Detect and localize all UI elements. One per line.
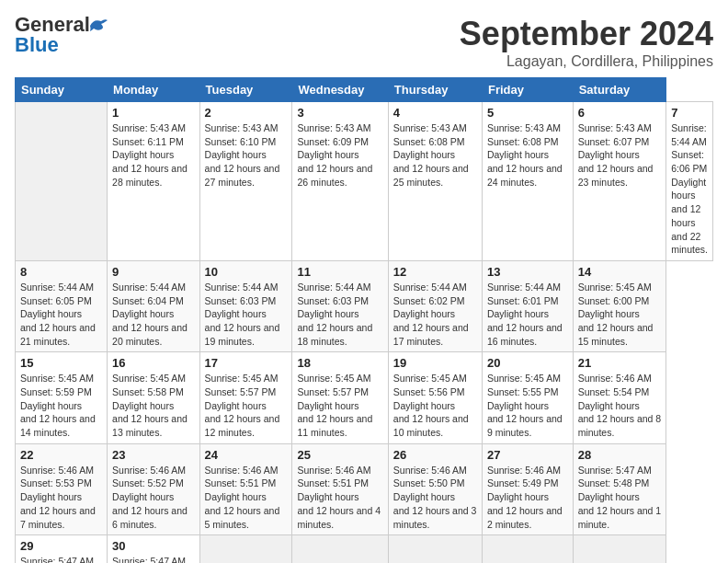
weekday-header-sunday: Sunday xyxy=(16,78,108,102)
day-info: Sunrise: 5:43 AM Sunset: 6:11 PM Dayligh… xyxy=(112,121,194,189)
calendar-cell: 27 Sunrise: 5:46 AM Sunset: 5:49 PM Dayl… xyxy=(482,443,573,534)
day-number: 16 xyxy=(112,356,194,370)
day-info: Sunrise: 5:44 AM Sunset: 6:01 PM Dayligh… xyxy=(487,281,568,348)
day-number: 8 xyxy=(20,265,102,279)
day-info: Sunrise: 5:46 AM Sunset: 5:50 PM Dayligh… xyxy=(393,464,477,531)
day-info: Sunrise: 5:46 AM Sunset: 5:54 PM Dayligh… xyxy=(578,372,662,439)
calendar-cell: 26 Sunrise: 5:46 AM Sunset: 5:50 PM Dayl… xyxy=(388,443,482,534)
day-info: Sunrise: 5:45 AM Sunset: 6:00 PM Dayligh… xyxy=(578,281,662,348)
calendar-week-4: 29 Sunrise: 5:47 AM Sunset: 5:47 PM Dayl… xyxy=(16,535,713,563)
day-info: Sunrise: 5:45 AM Sunset: 5:57 PM Dayligh… xyxy=(205,372,288,439)
weekday-header-wednesday: Wednesday xyxy=(292,78,388,102)
calendar-cell: 21 Sunrise: 5:46 AM Sunset: 5:54 PM Dayl… xyxy=(573,352,666,443)
day-info: Sunrise: 5:45 AM Sunset: 5:57 PM Dayligh… xyxy=(297,372,382,439)
calendar-week-0: 1 Sunrise: 5:43 AM Sunset: 6:11 PM Dayli… xyxy=(16,102,713,261)
day-number: 6 xyxy=(578,106,662,120)
day-info: Sunrise: 5:44 AM Sunset: 6:06 PM Dayligh… xyxy=(671,121,708,257)
calendar-cell: 15 Sunrise: 5:45 AM Sunset: 5:59 PM Dayl… xyxy=(16,352,108,443)
day-info: Sunrise: 5:45 AM Sunset: 5:56 PM Dayligh… xyxy=(393,372,477,439)
day-info: Sunrise: 5:43 AM Sunset: 6:09 PM Dayligh… xyxy=(297,121,382,189)
calendar-cell: 29 Sunrise: 5:47 AM Sunset: 5:47 PM Dayl… xyxy=(16,535,108,563)
day-info: Sunrise: 5:46 AM Sunset: 5:51 PM Dayligh… xyxy=(297,464,382,531)
day-number: 17 xyxy=(205,356,288,370)
calendar-cell: 2 Sunrise: 5:43 AM Sunset: 6:10 PM Dayli… xyxy=(199,102,292,261)
calendar-week-3: 22 Sunrise: 5:46 AM Sunset: 5:53 PM Dayl… xyxy=(16,443,713,534)
day-info: Sunrise: 5:43 AM Sunset: 6:10 PM Dayligh… xyxy=(205,121,288,189)
weekday-header-tuesday: Tuesday xyxy=(199,78,292,102)
calendar-cell: 19 Sunrise: 5:45 AM Sunset: 5:56 PM Dayl… xyxy=(388,352,482,443)
calendar-cell: 5 Sunrise: 5:43 AM Sunset: 6:08 PM Dayli… xyxy=(482,102,573,261)
day-number: 30 xyxy=(112,539,194,553)
title-block: September 2024 Lagayan, Cordillera, Phil… xyxy=(460,15,713,70)
day-info: Sunrise: 5:43 AM Sunset: 6:08 PM Dayligh… xyxy=(487,121,568,189)
day-number: 25 xyxy=(297,448,382,462)
weekday-header-monday: Monday xyxy=(108,78,199,102)
day-number: 5 xyxy=(487,106,568,120)
calendar-cell: 22 Sunrise: 5:46 AM Sunset: 5:53 PM Dayl… xyxy=(16,443,108,534)
day-number: 14 xyxy=(578,265,662,279)
calendar-cell: 28 Sunrise: 5:47 AM Sunset: 5:48 PM Dayl… xyxy=(573,443,666,534)
day-number: 23 xyxy=(112,448,194,462)
day-info: Sunrise: 5:47 AM Sunset: 5:47 PM Dayligh… xyxy=(20,555,102,563)
day-info: Sunrise: 5:46 AM Sunset: 5:49 PM Dayligh… xyxy=(487,464,568,531)
day-number: 7 xyxy=(671,106,708,120)
calendar-cell: 23 Sunrise: 5:46 AM Sunset: 5:52 PM Dayl… xyxy=(108,443,199,534)
page-header: GeneralBlue September 2024 Lagayan, Cord… xyxy=(15,15,713,70)
day-number: 24 xyxy=(205,448,288,462)
calendar-cell: 1 Sunrise: 5:43 AM Sunset: 6:11 PM Dayli… xyxy=(108,102,199,261)
weekday-header-saturday: Saturday xyxy=(573,78,666,102)
calendar-cell: 12 Sunrise: 5:44 AM Sunset: 6:02 PM Dayl… xyxy=(388,260,482,351)
day-info: Sunrise: 5:44 AM Sunset: 6:05 PM Dayligh… xyxy=(20,281,102,348)
calendar-cell: 10 Sunrise: 5:44 AM Sunset: 6:03 PM Dayl… xyxy=(199,260,292,351)
logo-bird-icon xyxy=(88,17,108,33)
day-info: Sunrise: 5:44 AM Sunset: 6:02 PM Dayligh… xyxy=(393,281,477,348)
day-number: 9 xyxy=(112,265,194,279)
calendar-cell xyxy=(482,535,573,563)
day-number: 28 xyxy=(578,448,662,462)
month-title: September 2024 xyxy=(460,15,713,53)
day-info: Sunrise: 5:43 AM Sunset: 6:07 PM Dayligh… xyxy=(578,121,662,189)
day-number: 26 xyxy=(393,448,477,462)
day-info: Sunrise: 5:47 AM Sunset: 5:48 PM Dayligh… xyxy=(578,464,662,531)
day-info: Sunrise: 5:44 AM Sunset: 6:03 PM Dayligh… xyxy=(297,281,382,348)
day-number: 3 xyxy=(297,106,382,120)
calendar-cell: 17 Sunrise: 5:45 AM Sunset: 5:57 PM Dayl… xyxy=(199,352,292,443)
calendar-week-2: 15 Sunrise: 5:45 AM Sunset: 5:59 PM Dayl… xyxy=(16,352,713,443)
calendar-cell: 13 Sunrise: 5:44 AM Sunset: 6:01 PM Dayl… xyxy=(482,260,573,351)
day-number: 11 xyxy=(297,265,382,279)
day-number: 4 xyxy=(393,106,477,120)
calendar-cell: 14 Sunrise: 5:45 AM Sunset: 6:00 PM Dayl… xyxy=(573,260,666,351)
day-info: Sunrise: 5:43 AM Sunset: 6:08 PM Dayligh… xyxy=(393,121,477,189)
calendar-week-1: 8 Sunrise: 5:44 AM Sunset: 6:05 PM Dayli… xyxy=(16,260,713,351)
day-info: Sunrise: 5:44 AM Sunset: 6:03 PM Dayligh… xyxy=(205,281,288,348)
day-number: 1 xyxy=(112,106,194,120)
calendar-cell: 25 Sunrise: 5:46 AM Sunset: 5:51 PM Dayl… xyxy=(292,443,388,534)
calendar-cell: 8 Sunrise: 5:44 AM Sunset: 6:05 PM Dayli… xyxy=(16,260,108,351)
calendar-cell: 6 Sunrise: 5:43 AM Sunset: 6:07 PM Dayli… xyxy=(573,102,666,261)
day-number: 12 xyxy=(393,265,477,279)
day-number: 10 xyxy=(205,265,288,279)
calendar-cell: 16 Sunrise: 5:45 AM Sunset: 5:58 PM Dayl… xyxy=(108,352,199,443)
calendar-cell: 18 Sunrise: 5:45 AM Sunset: 5:57 PM Dayl… xyxy=(292,352,388,443)
calendar-cell: 20 Sunrise: 5:45 AM Sunset: 5:55 PM Dayl… xyxy=(482,352,573,443)
weekday-header-thursday: Thursday xyxy=(388,78,482,102)
day-number: 19 xyxy=(393,356,477,370)
day-number: 13 xyxy=(487,265,568,279)
day-info: Sunrise: 5:47 AM Sunset: 5:46 PM Dayligh… xyxy=(112,555,194,563)
day-number: 15 xyxy=(20,356,102,370)
day-info: Sunrise: 5:46 AM Sunset: 5:51 PM Dayligh… xyxy=(205,464,288,531)
calendar-cell: 30 Sunrise: 5:47 AM Sunset: 5:46 PM Dayl… xyxy=(108,535,199,563)
day-number: 21 xyxy=(578,356,662,370)
calendar-cell xyxy=(292,535,388,563)
calendar-cell xyxy=(199,535,292,563)
day-number: 2 xyxy=(205,106,288,120)
day-info: Sunrise: 5:45 AM Sunset: 5:55 PM Dayligh… xyxy=(487,372,568,439)
day-info: Sunrise: 5:45 AM Sunset: 5:58 PM Dayligh… xyxy=(112,372,194,439)
day-number: 18 xyxy=(297,356,382,370)
empty-cell xyxy=(16,102,108,261)
day-info: Sunrise: 5:44 AM Sunset: 6:04 PM Dayligh… xyxy=(112,281,194,348)
logo: GeneralBlue xyxy=(15,15,90,55)
calendar-header: SundayMondayTuesdayWednesdayThursdayFrid… xyxy=(16,78,713,102)
day-number: 22 xyxy=(20,448,102,462)
day-info: Sunrise: 5:46 AM Sunset: 5:52 PM Dayligh… xyxy=(112,464,194,531)
